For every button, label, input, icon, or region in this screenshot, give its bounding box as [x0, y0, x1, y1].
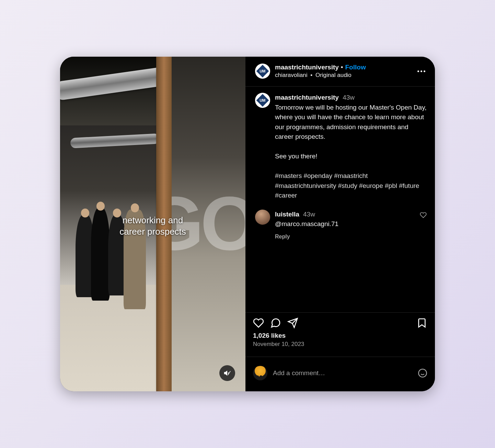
- like-button[interactable]: [253, 317, 264, 328]
- post-caption: UM maastrichtuniversity 43w Tomorrow we …: [255, 93, 427, 201]
- caption-text: Tomorrow we will be hosting our Master's…: [275, 103, 427, 201]
- mute-button[interactable]: [219, 365, 235, 381]
- author-avatar[interactable]: UM: [255, 93, 270, 108]
- caption-username[interactable]: maastrichtuniversity: [275, 94, 339, 101]
- post-card: GO networking and career prospects UM ma…: [60, 57, 435, 391]
- likes-count[interactable]: 1,026 likes: [253, 332, 427, 339]
- audio-attribution[interactable]: chiaravoliani • Original audio: [275, 72, 411, 79]
- share-icon: [287, 317, 298, 328]
- video-caption: networking and career prospects: [60, 215, 245, 237]
- svg-line-0: [228, 371, 231, 375]
- emoji-button[interactable]: [418, 368, 427, 378]
- post-date: November 10, 2023: [253, 341, 427, 348]
- like-comment-button[interactable]: [420, 210, 427, 241]
- author-username[interactable]: maastrichtuniversity: [275, 64, 339, 71]
- author-avatar[interactable]: UM: [255, 64, 270, 79]
- bookmark-icon: [416, 317, 427, 328]
- video-pane[interactable]: GO networking and career prospects: [60, 57, 245, 391]
- share-button[interactable]: [287, 317, 298, 328]
- comment-button[interactable]: [270, 317, 281, 328]
- comment-text[interactable]: @marco.mascagni.71: [275, 219, 415, 229]
- comment-item: luistella 43w @marco.mascagni.71 Reply: [255, 210, 427, 241]
- more-icon: [417, 70, 425, 72]
- comment-input[interactable]: [273, 369, 412, 377]
- actions-bar: 1,026 likes November 10, 2023: [245, 313, 435, 350]
- follow-button[interactable]: Follow: [345, 64, 366, 71]
- comment-icon: [270, 317, 281, 328]
- comments-section: UM maastrichtuniversity 43w Tomorrow we …: [245, 87, 435, 313]
- svg-point-3: [418, 369, 426, 377]
- caption-time: 43w: [343, 94, 355, 101]
- caption-hashtags[interactable]: #masters #openday #maastricht #maastrich…: [275, 172, 419, 199]
- comment-time: 43w: [303, 211, 315, 218]
- comment-composer: [245, 357, 435, 391]
- post-header: UM maastrichtuniversity • Follow chiarav…: [245, 57, 435, 87]
- more-options-button[interactable]: [415, 68, 427, 74]
- details-pane: UM maastrichtuniversity • Follow chiarav…: [245, 57, 435, 391]
- self-avatar[interactable]: [253, 366, 267, 380]
- heart-icon: [253, 317, 264, 328]
- commenter-avatar[interactable]: [255, 210, 270, 225]
- heart-icon: [420, 212, 427, 219]
- speaker-muted-icon: [224, 370, 231, 377]
- emoji-icon: [418, 368, 427, 378]
- commenter-username[interactable]: luistella: [275, 211, 299, 218]
- save-button[interactable]: [416, 317, 427, 328]
- reply-button[interactable]: Reply: [275, 233, 415, 241]
